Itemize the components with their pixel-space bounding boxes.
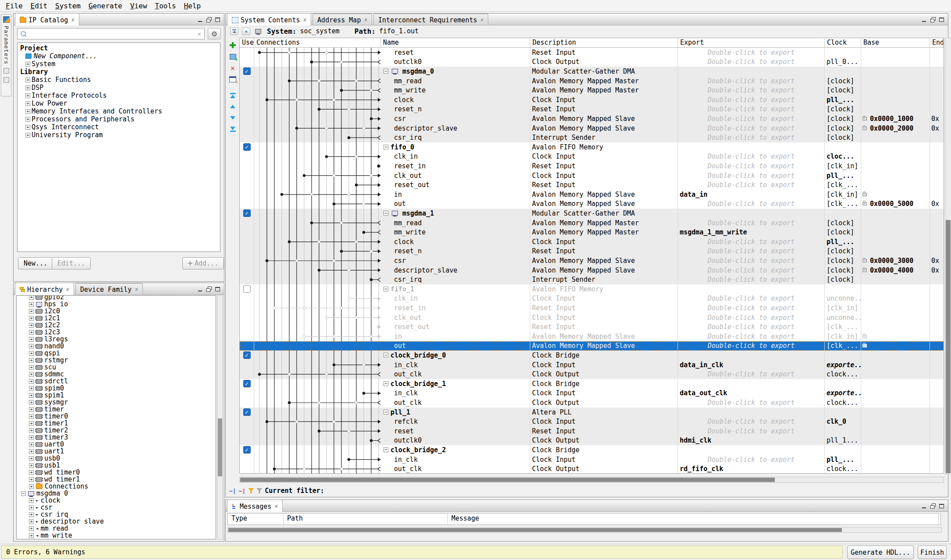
name-cell[interactable]: mm_write (381, 227, 530, 237)
expander-icon[interactable]: + (29, 302, 34, 307)
ip-tree-item[interactable]: +Interface Protocols (19, 92, 220, 99)
base-cell[interactable]: 0x0000_4000 (861, 266, 930, 275)
hierarchy-item[interactable]: +nand0 (17, 343, 216, 350)
expander-icon[interactable]: + (29, 414, 34, 419)
connections-cell[interactable] (254, 218, 381, 228)
export-cell[interactable]: Double-click to export (678, 256, 825, 266)
export-cell[interactable]: data_in_clk (678, 360, 825, 370)
connections-cell[interactable] (254, 105, 381, 114)
name-cell[interactable]: clk_out (381, 171, 530, 181)
base-cell[interactable] (861, 389, 930, 398)
expander-icon[interactable]: + (29, 351, 34, 356)
collapse-button[interactable] (242, 28, 250, 35)
port-row-in_clk[interactable]: in_clkClock Inputdata_out_clkexporte... (240, 389, 944, 398)
column-header-base[interactable]: Base (861, 38, 930, 47)
hierarchy-item[interactable]: +►clock (17, 497, 216, 504)
ip-tree-item[interactable]: Project (19, 44, 220, 52)
port-row-reset[interactable]: resetReset InputDouble-click to export (240, 48, 944, 57)
export-cell[interactable]: Double-click to export (678, 369, 825, 379)
base-cell[interactable]: 0x0000_1000 (861, 114, 930, 124)
export-cell[interactable]: data_in (678, 190, 825, 199)
expander-icon[interactable]: + (29, 407, 34, 412)
base-cell[interactable] (861, 341, 930, 351)
base-cell[interactable] (861, 209, 930, 218)
use-checkbox[interactable]: ✓ (243, 143, 251, 151)
port-row-out_clk[interactable]: out_clkClock OutputDouble-click to expor… (240, 398, 944, 408)
ip-tree-item[interactable]: +Basic Functions (19, 76, 220, 84)
scrollbar-thumb[interactable] (946, 220, 951, 473)
clock-cell[interactable]: [clock] (825, 124, 861, 133)
maximize-icon[interactable] (215, 17, 220, 22)
hierarchy-item[interactable]: +wd timer0 (17, 469, 216, 476)
hierarchy-item[interactable]: +sdmmc (17, 371, 216, 378)
tab-ip-catalog[interactable]: IP Catalog ✘ (15, 13, 79, 25)
scrollbar-thumb[interactable] (228, 528, 842, 532)
hierarchy-item[interactable]: +uart0 (17, 441, 216, 448)
connections-cell[interactable] (254, 284, 381, 294)
move-bottom-button[interactable] (227, 124, 238, 135)
export-cell[interactable]: Double-click to export (678, 426, 825, 436)
name-cell[interactable]: −clock_bridge_0 (381, 351, 530, 360)
port-row-in_clk[interactable]: in_clkClock Inputdata_in_clkexporte... (240, 360, 944, 370)
lock-icon[interactable] (862, 335, 867, 338)
menu-item-edit[interactable]: Edit (27, 1, 52, 11)
expander-icon[interactable]: + (25, 125, 30, 130)
export-cell[interactable]: Double-click to export (678, 266, 825, 275)
clock-cell[interactable]: [clock] (825, 275, 861, 284)
connections-cell[interactable] (254, 76, 381, 86)
clock-cell[interactable] (825, 426, 861, 436)
port-row-out_clk[interactable]: out_clkClock Outputrd_fifo_clkclock... (240, 464, 944, 473)
expander-icon[interactable]: + (25, 62, 30, 67)
port-row-out[interactable]: outAvalon Memory Mapped SlaveDouble-clic… (240, 341, 944, 351)
name-cell[interactable]: mm_write (381, 85, 530, 95)
hierarchy-item[interactable]: +i2c0 (17, 308, 216, 315)
generate-hdl-button[interactable]: Generate HDL... (847, 546, 914, 559)
close-icon[interactable]: ✘ (135, 287, 138, 292)
export-cell[interactable] (678, 445, 825, 455)
close-icon[interactable]: ✘ (66, 287, 69, 292)
messages-column-type[interactable]: Type (228, 514, 284, 525)
name-cell[interactable]: clk_in (381, 294, 530, 304)
connections-cell[interactable] (254, 237, 381, 247)
add-button[interactable]: Add... (182, 257, 224, 269)
use-checkbox[interactable]: ✓ (243, 446, 251, 454)
name-cell[interactable]: reset_n (381, 247, 530, 256)
menu-item-tools[interactable]: Tools (151, 1, 180, 11)
base-cell[interactable] (861, 218, 930, 228)
tab-address-map[interactable]: Address Map ✘ (312, 14, 372, 25)
expander-icon[interactable]: + (25, 78, 30, 82)
connections-cell[interactable] (254, 455, 381, 464)
port-row-clock[interactable]: clockClock InputDouble-click to exportpl… (240, 237, 944, 247)
name-cell[interactable]: in_clk (381, 455, 530, 464)
port-row-reset_n[interactable]: reset_nReset InputDouble-click to export… (240, 247, 944, 256)
connections-cell[interactable] (254, 294, 381, 304)
float-icon[interactable] (206, 287, 212, 292)
connections-cell[interactable] (254, 389, 381, 398)
use-checkbox[interactable]: ✓ (243, 380, 251, 387)
base-cell[interactable] (861, 464, 930, 473)
port-row-reset_in[interactable]: reset_inReset InputDouble-click to expor… (240, 161, 944, 171)
hierarchy-item[interactable]: +i2c1 (17, 315, 216, 322)
base-cell[interactable] (861, 190, 930, 199)
name-cell[interactable]: in (381, 190, 530, 199)
export-cell[interactable]: Double-click to export (678, 218, 825, 228)
expander-icon[interactable]: + (29, 498, 34, 503)
clock-cell[interactable]: [clk_... (825, 341, 861, 351)
tab-interconnect-requirements[interactable]: Interconnect Requirements ✘ (373, 14, 488, 25)
export-cell[interactable]: Double-click to export (678, 247, 825, 256)
column-header-export[interactable]: Export (678, 38, 825, 47)
port-row-clk_in[interactable]: clk_inClock InputDouble-click to exportc… (240, 152, 944, 162)
clock-cell[interactable]: pll_0... (825, 57, 861, 67)
export-cell[interactable]: Double-click to export (678, 57, 825, 67)
ip-tree-item[interactable]: +Processors and Peripherals (19, 115, 220, 123)
hierarchy-item[interactable]: +uart1 (17, 448, 216, 455)
base-cell[interactable] (861, 417, 930, 426)
clock-cell[interactable]: pll_... (825, 95, 861, 105)
name-cell[interactable]: out_clk (381, 464, 530, 473)
export-cell[interactable] (678, 209, 825, 218)
base-cell[interactable] (861, 152, 930, 162)
clock-cell[interactable]: [clock] (825, 266, 861, 275)
clock-cell[interactable] (825, 379, 861, 389)
expander-icon[interactable]: + (29, 519, 34, 524)
base-cell[interactable] (861, 445, 930, 455)
